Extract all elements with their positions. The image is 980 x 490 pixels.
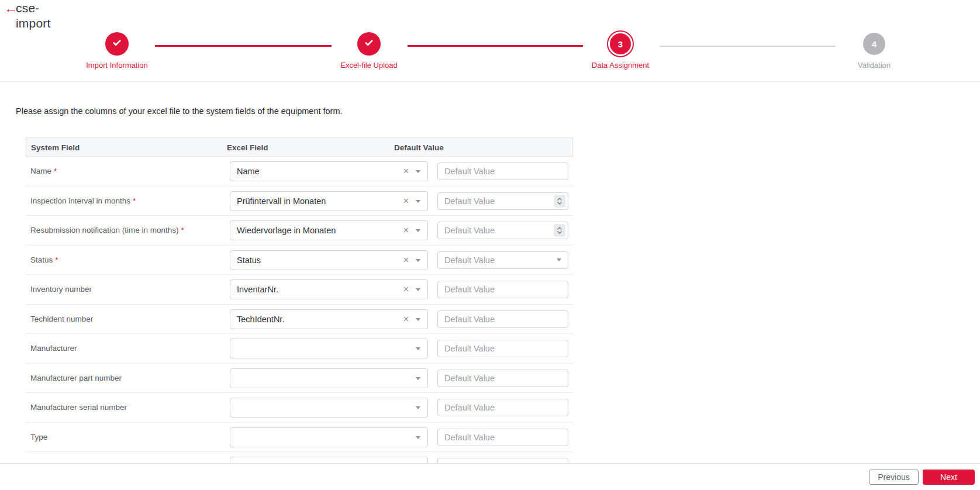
chevron-down-icon [416,259,420,262]
table-row: Type × [26,423,573,453]
excel-field-selected-value: TechIdentNr. [237,310,284,329]
step-3-number: 3 [610,33,631,54]
table-row: Manufacturer × [26,334,573,364]
system-field-label: Manufacturer serial number [30,403,127,412]
next-button[interactable]: Next [923,470,975,485]
default-value-input[interactable] [437,399,568,416]
chevron-up-icon [557,198,562,201]
step-1-circle[interactable] [105,32,129,56]
chevron-up-icon [557,227,562,230]
excel-field-select[interactable]: InventarNr. × [230,279,428,299]
wizard-stepper: 3 4 Import Information Excel-file Upload… [0,0,980,81]
excel-field-select[interactable]: Wiedervorlage in Monaten × [230,220,428,240]
default-value-input[interactable] [437,310,568,328]
system-field-cell: Inventory number [30,275,92,304]
system-field-cell: Type [30,423,47,452]
required-asterisk: * [181,226,184,234]
excel-field-select[interactable]: Prüfintervall in Monaten × [230,191,428,211]
step-2-label: Excel-file Upload [305,61,433,70]
default-value-input[interactable] [437,370,568,387]
excel-field-select[interactable]: Name × [230,161,428,181]
default-value-input[interactable] [437,251,568,269]
chevron-down-icon [557,258,561,261]
system-field-label: Techident number [30,315,93,323]
clear-icon[interactable]: × [401,221,411,239]
column-header-excel-field: Excel Field [227,143,268,152]
step-2-circle[interactable] [357,32,381,56]
excel-field-select[interactable]: × [230,427,428,447]
number-spinner[interactable] [554,195,565,208]
system-field-cell: Inspection interval in months * [30,187,136,216]
instruction-text: Please assign the columns of your excel … [16,106,343,116]
chevron-down-icon [416,436,420,439]
table-row: Manufacturer serial number × [26,393,573,423]
required-asterisk: * [55,256,58,264]
system-field-cell: Resubmission notification (time in month… [30,216,184,245]
step-4-label: Validation [810,61,938,70]
step-3-label: Data Assignment [556,61,685,70]
column-header-system-field: System Field [31,143,80,152]
step-connector-upcoming [660,46,835,47]
field-mapping-table: System Field Excel Field Default Value N… [26,137,573,463]
chevron-down-icon [416,347,420,350]
system-field-label: Resubmission notification (time in month… [30,226,179,234]
system-field-label: Manufacturer [30,344,77,353]
header-divider [0,81,980,82]
default-value-cell [437,458,568,463]
default-value-cell [437,399,568,416]
step-1-label: Import Information [53,61,181,70]
default-value-input[interactable] [437,281,568,298]
system-field-label: Inspection interval in months [30,196,130,205]
system-field-label: Inventory number [30,285,92,294]
table-row: Status * Status × [26,246,573,275]
table-header-row: System Field Excel Field Default Value [26,137,573,157]
chevron-down-icon [416,288,420,291]
column-header-default-value: Default Value [394,143,444,152]
default-value-input[interactable] [437,340,568,357]
system-field-label: Type [30,433,47,441]
default-value-cell [437,251,568,269]
table-body: Name * Name × Inspection interval in mon… [26,157,573,463]
clear-icon[interactable]: × [401,251,411,269]
clear-icon[interactable]: × [401,192,411,210]
default-value-cell [437,310,568,328]
chevron-down-icon [416,318,420,321]
number-spinner[interactable] [554,224,565,237]
excel-field-selected-value: InventarNr. [237,280,278,299]
system-field-label: Name [30,167,51,175]
chevron-down-icon [416,200,420,203]
excel-field-select[interactable]: × [230,457,428,463]
default-value-cell [437,370,568,387]
chevron-down-icon [557,202,562,205]
table-row: Techident number TechIdentNr. × [26,305,573,334]
table-row: Name * Name × [26,157,573,187]
system-field-cell: Name * [30,157,57,186]
clear-icon[interactable]: × [401,280,411,298]
default-value-input[interactable] [437,458,568,463]
system-field-cell: Status * [30,246,58,275]
clear-icon[interactable]: × [401,162,411,180]
excel-field-select[interactable]: TechIdentNr. × [230,309,428,329]
excel-field-select[interactable]: × [230,339,428,358]
default-value-input[interactable] [437,429,568,446]
chevron-down-icon [416,377,420,380]
default-value-input[interactable] [437,222,568,239]
default-value-cell [437,163,568,180]
default-value-input[interactable] [437,192,568,210]
system-field-cell: Manufacturer [30,334,77,363]
previous-button[interactable]: Previous [869,470,919,485]
excel-field-select[interactable]: × [230,398,428,417]
default-value-cell [437,340,568,357]
excel-field-selected-value: Wiedervorlage in Monaten [237,221,336,240]
step-3-circle[interactable]: 3 [607,30,634,57]
excel-field-select[interactable]: Status × [230,250,428,270]
excel-field-selected-value: Status [237,251,261,270]
excel-field-select[interactable]: × [230,368,428,388]
default-value-input[interactable] [437,163,568,180]
clear-icon[interactable]: × [401,310,411,328]
step-4-circle: 4 [863,33,885,55]
footer-action-bar: Previous Next [0,463,980,490]
system-field-label: Manufacturer part number [30,374,122,382]
step-connector-done [155,45,332,47]
check-icon [364,37,374,50]
